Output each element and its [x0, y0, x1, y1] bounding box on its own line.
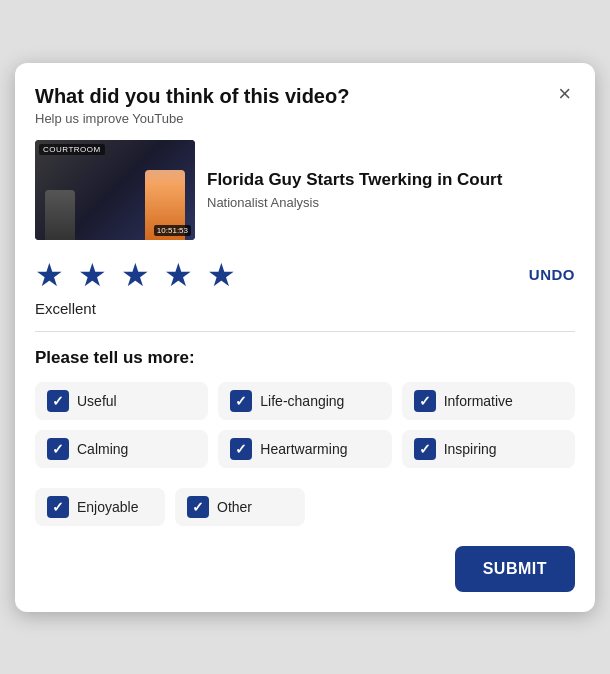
video-card: COURTROOM 10:51:53 Florida Guy Starts Tw… — [35, 140, 575, 240]
tag-calming[interactable]: Calming — [35, 430, 208, 468]
thumbnail-label: COURTROOM — [39, 144, 105, 155]
tags-grid: Useful Life-changing Informative Calming… — [35, 382, 575, 468]
star-3[interactable]: ★ — [121, 256, 150, 294]
tag-enjoyable-checkbox[interactable] — [47, 496, 69, 518]
video-info: Florida Guy Starts Twerking in Court Nat… — [207, 169, 502, 210]
feedback-section-title: Please tell us more: — [35, 348, 575, 368]
tag-useful[interactable]: Useful — [35, 382, 208, 420]
star-4[interactable]: ★ — [164, 256, 193, 294]
tag-life-changing-label: Life-changing — [260, 393, 344, 409]
dialog-title: What did you think of this video? — [35, 83, 349, 109]
dialog-title-block: What did you think of this video? Help u… — [35, 83, 349, 126]
thumbnail-figure-left — [45, 190, 75, 240]
tag-useful-checkbox[interactable] — [47, 390, 69, 412]
star-2[interactable]: ★ — [78, 256, 107, 294]
stars-row: ★ ★ ★ ★ ★ UNDO — [35, 256, 575, 294]
video-thumbnail: COURTROOM 10:51:53 — [35, 140, 195, 240]
video-title: Florida Guy Starts Twerking in Court — [207, 169, 502, 191]
tag-heartwarming[interactable]: Heartwarming — [218, 430, 391, 468]
star-1[interactable]: ★ — [35, 256, 64, 294]
video-channel: Nationalist Analysis — [207, 195, 502, 210]
tag-enjoyable-label: Enjoyable — [77, 499, 139, 515]
rating-label: Excellent — [35, 300, 575, 317]
tag-other[interactable]: Other — [175, 488, 305, 526]
tag-heartwarming-label: Heartwarming — [260, 441, 347, 457]
tag-heartwarming-checkbox[interactable] — [230, 438, 252, 460]
tag-inspiring-label: Inspiring — [444, 441, 497, 457]
thumbnail-timestamp: 10:51:53 — [154, 225, 191, 236]
undo-button[interactable]: UNDO — [529, 266, 575, 283]
tags-last-row: Enjoyable Other — [35, 488, 575, 526]
tag-other-checkbox[interactable] — [187, 496, 209, 518]
tag-useful-label: Useful — [77, 393, 117, 409]
dialog-subtitle: Help us improve YouTube — [35, 111, 349, 126]
tag-calming-label: Calming — [77, 441, 128, 457]
tag-informative-checkbox[interactable] — [414, 390, 436, 412]
submit-button[interactable]: SUBMIT — [455, 546, 575, 592]
tag-informative[interactable]: Informative — [402, 382, 575, 420]
tag-inspiring[interactable]: Inspiring — [402, 430, 575, 468]
star-5[interactable]: ★ — [207, 256, 236, 294]
tag-informative-label: Informative — [444, 393, 513, 409]
divider — [35, 331, 575, 332]
tag-inspiring-checkbox[interactable] — [414, 438, 436, 460]
tag-life-changing[interactable]: Life-changing — [218, 382, 391, 420]
feedback-dialog: What did you think of this video? Help u… — [15, 63, 595, 612]
dialog-header: What did you think of this video? Help u… — [35, 83, 575, 126]
thumbnail-image: COURTROOM 10:51:53 — [35, 140, 195, 240]
tag-other-label: Other — [217, 499, 252, 515]
close-button[interactable]: × — [554, 83, 575, 105]
tag-enjoyable[interactable]: Enjoyable — [35, 488, 165, 526]
tag-calming-checkbox[interactable] — [47, 438, 69, 460]
bottom-row: SUBMIT — [35, 546, 575, 592]
tag-life-changing-checkbox[interactable] — [230, 390, 252, 412]
